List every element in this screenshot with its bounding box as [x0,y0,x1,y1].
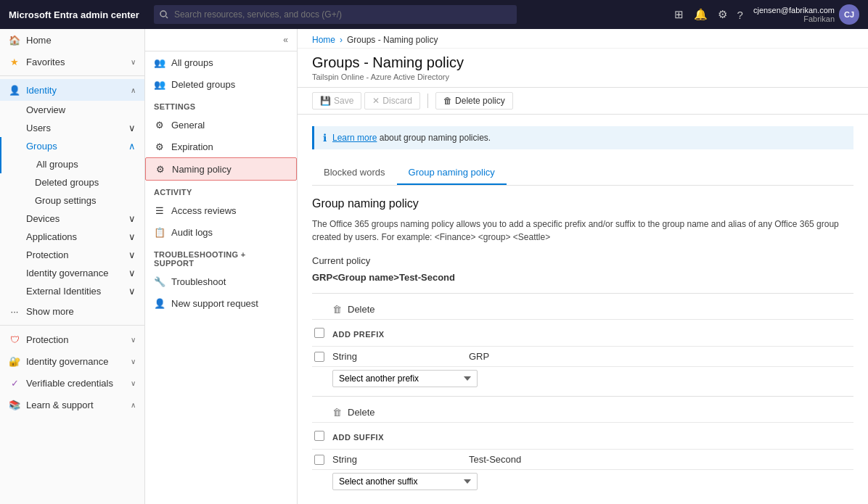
suffix-string-row: String Test-Second [312,450,853,470]
prefix-section: 🗑 Delete ADD PREFIX String GRP [312,293,853,390]
prefix-type: String [332,351,463,362]
topbar-logo: Microsoft Entra admin center [9,9,139,20]
sidebar-item-identity-governance[interactable]: Identity governance ∨ [0,264,144,282]
sidebar-label-protection-b: Protection [26,334,69,345]
sidebar-item-protection[interactable]: Protection ∨ [0,246,144,264]
info-bar: ℹ Learn more about group naming policies… [312,126,853,149]
sidebar-item-users[interactable]: Users ∨ [0,119,144,137]
suffix-string-checkbox[interactable] [314,455,324,465]
chevron-down-icon: ∨ [128,213,136,224]
portal-icon[interactable]: ⊞ [674,8,684,21]
wrench-icon: 🔧 [154,276,165,287]
sidebar-item-home[interactable]: 🏠 Home [0,29,144,51]
sidebar-item-deleted-groups[interactable]: Deleted groups [0,173,144,191]
avatar[interactable]: CJ [839,4,859,25]
breadcrumb-home[interactable]: Home [312,35,335,45]
sidebar-item-external-identities[interactable]: External Identities ∨ [0,282,144,300]
user-email: cjensen@fabrikan.com [753,6,835,15]
sidebar: 🏠 Home ★ Favorites ∨ 👤 Identity ∧ Overvi… [0,29,145,504]
suffix-section: 🗑 Delete ADD SUFFIX String Test-S [312,396,853,493]
notification-icon[interactable]: 🔔 [694,8,708,21]
suffix-value: Test-Second [469,454,521,465]
prefix-delete-label: Delete [348,304,375,315]
ss-section-troubleshoot: Troubleshooting + Support [145,243,297,270]
sidebar-label-devices: Devices [26,213,60,224]
current-policy-label: Current policy [312,255,853,266]
gear-icon: ⚙ [154,119,165,131]
ss-item-naming-policy[interactable]: ⚙ Naming policy [145,157,297,181]
delete-policy-button[interactable]: 🗑 Delete policy [435,92,513,110]
ss-item-deleted-groups[interactable]: 👥 Deleted groups [145,73,297,95]
gear-icon: ⚙ [154,141,165,152]
search-icon [160,10,168,19]
search-input[interactable] [154,5,517,24]
sidebar-label-protection: Protection [26,249,69,260]
sidebar-item-devices[interactable]: Devices ∨ [0,210,144,228]
ss-item-general[interactable]: ⚙ General [145,114,297,136]
add-prefix-checkbox[interactable] [314,328,324,338]
ss-label-access-reviews: Access reviews [171,205,237,216]
page-title: Groups - Naming policy [312,54,853,71]
settings-icon[interactable]: ⚙ [718,8,727,21]
sidebar-label-users: Users [26,123,51,133]
list-icon: ☰ [154,205,165,216]
ss-item-new-support[interactable]: 👤 New support request [145,292,297,314]
ss-item-audit-logs[interactable]: 📋 Audit logs [145,221,297,243]
ss-label-general: General [171,120,205,131]
gear-icon: ⚙ [155,163,166,175]
tab-group-naming-policy[interactable]: Group naming policy [397,161,507,185]
add-prefix-label: ADD PREFIX [332,324,385,342]
sidebar-item-protection-b[interactable]: 🛡 Protection ∨ [0,329,144,350]
ss-label-deleted-groups: Deleted groups [171,79,235,90]
deleted-group-icon: 👥 [154,78,165,90]
sidebar-item-overview[interactable]: Overview [0,101,144,119]
ss-item-troubleshoot[interactable]: 🔧 Troubleshoot [145,270,297,292]
sidebar-item-identity-gov-b[interactable]: 🔐 Identity governance ∨ [0,350,144,372]
sidebar-item-show-more[interactable]: ··· Show more [0,300,144,322]
ss-label-troubleshoot: Troubleshoot [171,276,226,287]
suffix-trash-icon[interactable]: 🗑 [332,407,342,418]
ss-item-all-groups[interactable]: 👥 All groups [145,51,297,73]
group-icon: 👥 [154,57,165,68]
sidebar-item-all-groups[interactable]: All groups [0,155,144,173]
collapse-button[interactable]: « [280,33,291,46]
sidebar-item-learn-support[interactable]: 📚 Learn & support ∧ [0,394,144,416]
prefix-trash-icon[interactable]: 🗑 [332,304,342,315]
sidebar-label-overview: Overview [26,104,65,115]
info-suffix: about group naming policies. [380,133,491,143]
save-button[interactable]: 💾 Save [312,92,361,110]
suffix-string-check-cell [312,455,327,465]
discard-button[interactable]: ✕ Discard [364,92,420,110]
sidebar-item-applications[interactable]: Applications ∨ [0,228,144,246]
chevron-down-icon: ∨ [131,58,136,66]
sidebar-item-verifiable-cred[interactable]: ✓ Verifiable credentials ∨ [0,372,144,394]
sidebar-item-favorites[interactable]: ★ Favorites ∨ [0,51,144,73]
sidebar-item-groups[interactable]: Groups ∧ [0,137,144,155]
ss-item-access-reviews[interactable]: ☰ Access reviews [145,199,297,221]
sidebar-item-identity[interactable]: 👤 Identity ∧ [0,79,144,101]
suffix-type: String [332,454,463,465]
sidebar-item-group-settings[interactable]: Group settings [0,191,144,210]
tab-blocked-words[interactable]: Blocked words [312,161,397,185]
sidebar-label-external-identities: External Identities [26,286,101,297]
delete-policy-label: Delete policy [455,96,505,106]
sidebar-label-show-more: Show more [26,306,74,317]
user-info[interactable]: cjensen@fabrikan.com Fabrikan CJ [753,4,859,25]
ss-label-all-groups: All groups [171,57,213,68]
help-icon[interactable]: ? [737,9,743,21]
topbar-icons: ⊞ 🔔 ⚙ ? cjensen@fabrikan.com Fabrikan CJ [674,4,859,25]
prefix-string-checkbox[interactable] [314,352,324,362]
prefix-dropdown[interactable]: Select another prefix Attribute String [332,370,478,387]
ss-section-activity: Activity [145,181,297,199]
audit-icon: 📋 [154,226,165,238]
current-policy-value: GRP<Group name>Test-Second [312,272,853,283]
suffix-dropdown-row: Select another suffix Attribute String [312,470,853,493]
add-prefix-row: ADD PREFIX [312,320,853,347]
search-bar[interactable] [154,5,517,24]
chevron-down-icon: ∨ [131,358,136,365]
add-suffix-checkbox[interactable] [314,431,324,441]
sidebar-label-favorites: Favorites [26,57,65,67]
info-link[interactable]: Learn more [332,133,377,143]
ss-item-expiration[interactable]: ⚙ Expiration [145,136,297,157]
suffix-dropdown[interactable]: Select another suffix Attribute String [332,473,478,490]
